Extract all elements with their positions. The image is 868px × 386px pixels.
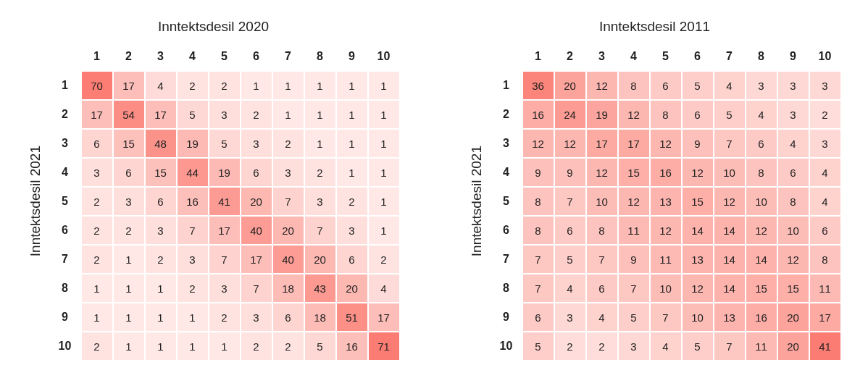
row-label: 2 [491,100,522,129]
col-label: 6 [682,42,714,71]
heatmap-cell: 13 [714,303,746,332]
heatmap-body: 1234567891013620128654333216241912865432… [491,42,841,361]
heatmap-cell: 10 [650,274,682,303]
heatmap-cell: 1 [177,332,209,361]
heatmap-cell: 18 [304,303,336,332]
heatmap-cell: 6 [113,158,145,187]
heatmap-row: 21754175321111 [49,100,400,129]
heatmap-cell: 1 [113,303,145,332]
heatmap-cell: 6 [522,303,554,332]
heatmap-cell: 16 [746,303,777,332]
heatmap-cell: 2 [209,303,241,332]
heatmap-panel: Inntektsdesil 2020Inntektsdesil 20211234… [28,14,400,361]
row-label: 6 [491,216,522,245]
heatmap-cell: 3 [209,100,241,129]
col-label: 10 [368,42,400,71]
row-label: 9 [491,303,522,332]
heatmap-cell: 4 [809,158,841,187]
heatmap-cell: 11 [618,216,650,245]
heatmap-cell: 17 [809,303,841,332]
heatmap-cell: 12 [618,100,650,129]
panel-title: Inntektsdesil 2011 [599,19,710,35]
heatmap-cell: 5 [177,100,209,129]
heatmap-cell: 1 [336,129,368,158]
heatmap-row: 43615441963211 [49,158,400,187]
col-label: 4 [177,42,209,71]
heatmap-cell: 6 [650,71,682,100]
heatmap-cell: 36 [522,71,554,100]
col-label: 9 [336,42,368,71]
heatmap-cell: 9 [618,245,650,274]
panel-outer: Inntektsdesil 20211234567891017017422111… [28,42,400,361]
heatmap-cell: 12 [586,71,618,100]
heatmap-cell: 2 [554,332,586,361]
heatmap-cell: 6 [809,216,841,245]
heatmap-cell: 2 [81,332,113,361]
heatmap-cell: 12 [650,129,682,158]
heatmap-cell: 2 [368,245,400,274]
heatmap-cell: 12 [746,216,777,245]
heatmap-cell: 3 [81,158,113,187]
col-label: 1 [81,42,113,71]
heatmap-cell: 5 [714,100,746,129]
heatmap-row: 52361641207321 [49,187,400,216]
heatmap-cell: 14 [714,216,746,245]
row-label: 4 [49,158,81,187]
heatmap-cell: 15 [746,274,777,303]
heatmap-cell: 15 [145,158,177,187]
heatmap-cell: 4 [777,129,809,158]
heatmap-cell: 44 [177,158,209,187]
heatmap-cell: 2 [272,332,304,361]
heatmap-cell: 1 [304,129,336,158]
row-label: 4 [491,158,522,187]
heatmap-cell: 11 [650,245,682,274]
heatmap-row: 91111236185117 [49,303,400,332]
heatmap-cell: 1 [209,332,241,361]
heatmap-cell: 5 [554,245,586,274]
heatmap-cell: 17 [145,100,177,129]
heatmap-cell: 6 [81,129,113,158]
heatmap-row: 81112371843204 [49,274,400,303]
heatmap-row: 13620128654333 [491,71,841,100]
heatmap-cell: 3 [113,187,145,216]
row-label: 2 [49,100,81,129]
heatmap-cell: 2 [809,100,841,129]
heatmap-row: 1701742211111 [49,71,400,100]
col-label: 3 [145,42,177,71]
heatmap-cell: 10 [682,303,714,332]
heatmap-cell: 2 [586,332,618,361]
heatmap-cell: 7 [209,245,241,274]
row-label: 1 [491,71,522,100]
heatmap-cell: 6 [241,158,272,187]
heatmap-cell: 12 [650,216,682,245]
col-label: 1 [522,42,554,71]
heatmap-cell: 19 [586,100,618,129]
heatmap-cell: 48 [145,129,177,158]
heatmap-cell: 14 [682,216,714,245]
heatmap-cell: 3 [746,71,777,100]
heatmap-cell: 2 [81,245,113,274]
y-axis-label: Inntektsdesil 2021 [469,146,485,256]
heatmap-cell: 4 [554,274,586,303]
heatmap-row: 62237174020731 [49,216,400,245]
heatmap-cell: 2 [272,129,304,158]
heatmap-cell: 1 [368,129,400,158]
heatmap-cell: 2 [81,216,113,245]
col-label: 8 [746,42,777,71]
heatmap-row: 3121217171297643 [491,129,841,158]
col-label: 2 [113,42,145,71]
heatmap-cell: 6 [272,303,304,332]
col-label: 5 [209,42,241,71]
col-label: 7 [714,42,746,71]
heatmap-cell: 2 [336,187,368,216]
heatmap-cell: 1 [368,158,400,187]
heatmap-cell: 2 [304,158,336,187]
heatmap-cell: 7 [554,187,586,216]
heatmap-cell: 17 [586,129,618,158]
col-label: 7 [272,42,304,71]
heatmap-cell: 1 [272,71,304,100]
col-label: 10 [809,42,841,71]
heatmap-cell: 4 [809,187,841,216]
heatmap-cell: 13 [650,187,682,216]
heatmap-cell: 4 [145,71,177,100]
